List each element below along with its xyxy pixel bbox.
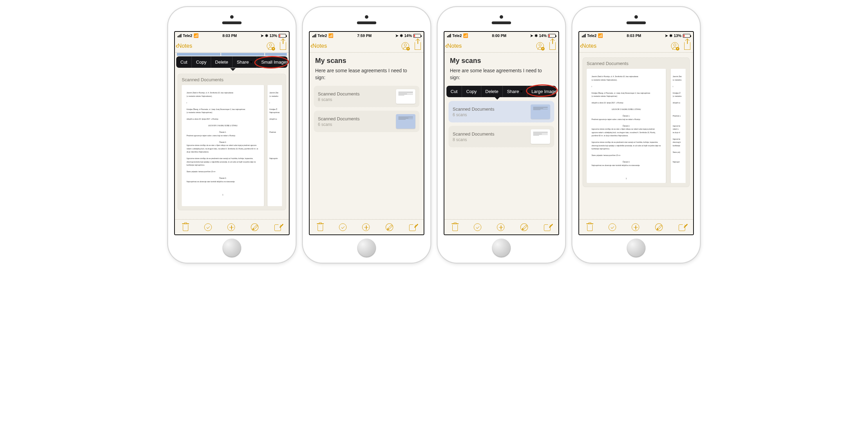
location-icon: ➤ xyxy=(261,34,264,38)
trash-button[interactable] xyxy=(587,225,593,231)
location-icon: ➤ xyxy=(665,34,668,38)
menu-cut[interactable]: Cut xyxy=(176,56,192,68)
add-button[interactable] xyxy=(227,223,235,231)
compose-button[interactable] xyxy=(679,224,685,231)
back-button[interactable]: ‹ Notes xyxy=(580,41,596,50)
collaborate-button[interactable]: + xyxy=(671,42,679,50)
home-button[interactable] xyxy=(357,239,376,257)
checklist-button[interactable] xyxy=(339,223,347,231)
menu-delete[interactable]: Delete xyxy=(211,56,233,68)
plus-badge-icon: + xyxy=(272,47,275,50)
add-button[interactable] xyxy=(362,223,370,231)
trash-button[interactable] xyxy=(318,225,323,231)
time-label: 8:00 PM xyxy=(492,34,507,38)
home-button[interactable] xyxy=(223,239,241,257)
battery-percent: 13% xyxy=(674,34,681,38)
menu-copy[interactable]: Copy xyxy=(192,56,211,68)
share-button[interactable] xyxy=(280,42,286,50)
note-subtitle: Here are some lease agreements I need to… xyxy=(444,67,558,86)
attachment-container[interactable]: Scanned Documents Jasmin Zlatić iz Rovin… xyxy=(178,74,286,210)
battery-icon xyxy=(279,34,286,38)
add-button[interactable] xyxy=(497,223,504,231)
checklist-button[interactable] xyxy=(474,223,481,231)
front-camera xyxy=(230,15,234,19)
attachment-card[interactable]: Scanned Documents 8 scans xyxy=(314,86,419,107)
attachment-card-selected[interactable]: Scanned Documents 6 scans xyxy=(449,101,554,122)
battery-icon xyxy=(683,34,690,38)
attachment-title: Scanned Documents xyxy=(587,61,686,66)
checklist-button[interactable] xyxy=(204,223,212,231)
note-content[interactable]: My scans Here are some lease agreements … xyxy=(444,53,558,219)
attachment-card[interactable]: Scanned Documents 8 scans xyxy=(449,126,554,147)
front-camera xyxy=(634,15,638,19)
share-button[interactable] xyxy=(684,42,690,50)
card-title: Scanned Documents xyxy=(453,131,527,137)
markup-button[interactable] xyxy=(519,222,530,232)
card-thumbnail xyxy=(531,129,550,144)
battery-percent: 14% xyxy=(404,34,412,38)
note-content[interactable]: My scans Here are some lease agreements … xyxy=(310,53,424,219)
attachment-card[interactable]: Scanned Documents 6 scans xyxy=(314,111,419,132)
menu-copy[interactable]: Copy xyxy=(462,86,481,97)
collaborate-button[interactable]: + xyxy=(536,42,544,50)
card-subtitle: 6 scans xyxy=(318,122,393,127)
card-thumbnail xyxy=(396,114,415,129)
compose-button[interactable] xyxy=(544,224,550,231)
carrier-label: Tele2 xyxy=(452,34,462,38)
share-button[interactable] xyxy=(415,42,421,50)
markup-button[interactable] xyxy=(654,222,664,232)
document-page-2[interactable]: Jasmin Zlat(u nastavkuiKristijan Ž.Najmo… xyxy=(267,85,282,206)
collaborate-button[interactable]: + xyxy=(267,42,274,50)
carrier-label: Tele2 xyxy=(587,34,596,38)
menu-share[interactable]: Share xyxy=(233,56,257,68)
signal-bars-icon xyxy=(178,34,181,37)
back-label: Notes xyxy=(582,43,596,49)
back-button[interactable]: ‹ Notes xyxy=(445,41,462,50)
card-thumbnail xyxy=(531,104,550,119)
status-bar: Tele2 📶 8:03 PM ➤ ✱ 13% xyxy=(175,32,289,39)
back-button[interactable]: ‹ Notes xyxy=(310,41,327,50)
phone-screen: Tele2 📶 7:59 PM ➤ ✱ 14% ‹ Notes + My sca… xyxy=(309,31,424,235)
bottom-toolbar xyxy=(310,219,424,234)
note-content: Cut Copy Delete Share Small Images Scann… xyxy=(175,53,289,219)
trash-button[interactable] xyxy=(183,225,188,231)
home-button[interactable] xyxy=(492,239,511,257)
menu-delete[interactable]: Delete xyxy=(481,86,503,97)
compose-button[interactable] xyxy=(274,224,281,231)
time-label: 8:03 PM xyxy=(627,34,641,38)
attachment-container[interactable]: Scanned Documents Jasmin Zlatić iz Rovin… xyxy=(583,57,690,187)
bluetooth-icon: ✱ xyxy=(535,34,538,38)
phone-1: Tele2 📶 8:03 PM ➤ ✱ 13% ‹ Notes + xyxy=(168,7,296,263)
home-button[interactable] xyxy=(627,239,645,257)
document-thumbnails[interactable]: Jasmin Zlatić iz Rovinja, ul. A. Smrikvi… xyxy=(587,69,686,183)
signal-bars-icon xyxy=(312,34,316,37)
nav-bar: ‹ Notes + xyxy=(579,39,693,53)
document-page-2[interactable]: Jasmin Zlat(u nastavkuiKristijan Ž(u nas… xyxy=(671,69,686,183)
wifi-icon: 📶 xyxy=(328,33,333,38)
phone-3: Tele2 📶 8:00 PM ➤ ✱ 14% ‹ Notes + My sca… xyxy=(437,7,565,263)
battery-icon xyxy=(548,34,556,38)
menu-pointer-icon xyxy=(230,68,236,71)
note-content: Scanned Documents Jasmin Zlatić iz Rovin… xyxy=(579,53,693,219)
trash-button[interactable] xyxy=(452,225,458,231)
compose-button[interactable] xyxy=(409,224,416,231)
menu-share[interactable]: Share xyxy=(503,86,527,97)
bottom-toolbar xyxy=(175,219,289,234)
wifi-icon: 📶 xyxy=(194,33,199,38)
menu-small-images[interactable]: Small Images xyxy=(257,56,287,68)
back-button[interactable]: ‹ Notes xyxy=(176,41,192,50)
markup-button[interactable] xyxy=(249,222,260,232)
checklist-button[interactable] xyxy=(608,223,616,231)
card-title: Scanned Documents xyxy=(453,107,527,112)
menu-large-images[interactable]: Large Images xyxy=(527,86,556,97)
add-button[interactable] xyxy=(632,223,639,231)
menu-cut[interactable]: Cut xyxy=(446,86,462,97)
status-left: Tele2 📶 xyxy=(178,33,199,38)
status-bar: Tele2 📶 8:00 PM ➤ ✱ 14% xyxy=(444,32,558,39)
collaborate-button[interactable]: + xyxy=(402,42,409,50)
document-page-1[interactable]: Jasmin Zlatić iz Rovinja, ul. A. Smrikvi… xyxy=(182,85,264,206)
document-page-1[interactable]: Jasmin Zlatić iz Rovinja, ul. A. Smrikvi… xyxy=(587,69,666,183)
markup-button[interactable] xyxy=(384,222,395,232)
document-thumbnails[interactable]: Jasmin Zlatić iz Rovinja, ul. A. Smrikvi… xyxy=(182,85,282,206)
share-button[interactable] xyxy=(549,42,556,50)
